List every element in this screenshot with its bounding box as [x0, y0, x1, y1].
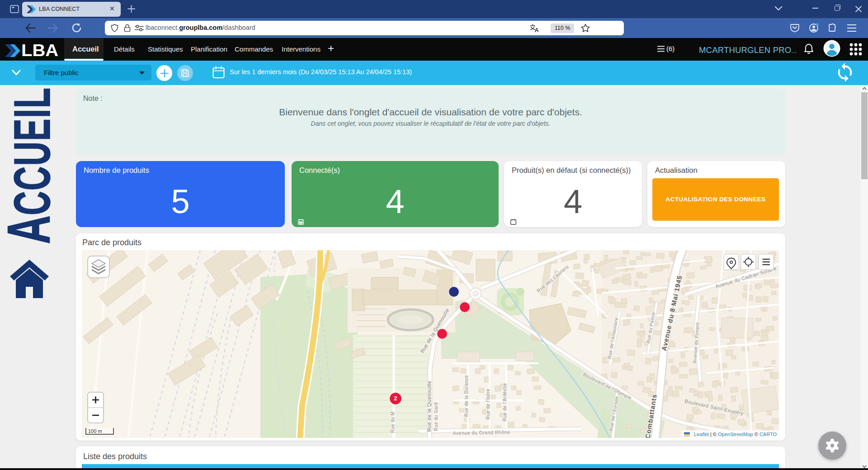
svg-text:Avenue du Grand Rhône: Avenue du Grand Rhône — [453, 429, 510, 436]
svg-text:2: 2 — [394, 395, 397, 402]
svg-text:Rue de la Durance: Rue de la Durance — [464, 375, 469, 417]
svg-text:Rue du Gard: Rue du Gard — [434, 403, 439, 431]
svg-text:Rue de l'Isère: Rue de l'Isère — [486, 389, 491, 419]
svg-text:A: A — [535, 27, 539, 33]
svg-text:Leaflet | © OpenStreetMap © CA: Leaflet | © OpenStreetMap © CARTO — [694, 432, 777, 437]
svg-text:Rue de l'Ardèche: Rue de l'Ardèche — [502, 383, 507, 421]
svg-text:Rue du M: Rue du M — [390, 411, 395, 432]
svg-text:Rue de la Quenouille: Rue de la Quenouille — [426, 381, 432, 432]
svg-text:100 m: 100 m — [88, 428, 102, 434]
